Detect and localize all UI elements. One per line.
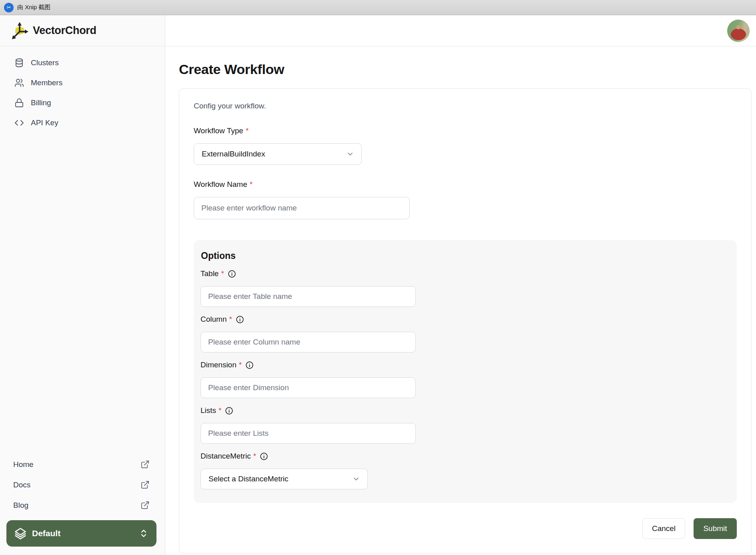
xnip-scissors-icon: ✂ xyxy=(4,3,14,12)
titlebar: ✂ 由 Xnip 截图 xyxy=(0,0,756,15)
sidebar-item-label: API Key xyxy=(31,118,58,127)
titlebar-text: 由 Xnip 截图 xyxy=(17,4,50,11)
distance-metric-value: Select a DistanceMetric xyxy=(209,475,289,483)
create-workflow-card: Config your workflow. Workflow Type * Ex… xyxy=(179,88,752,553)
sidebar-item-billing[interactable]: Billing xyxy=(0,93,165,113)
page-title: Create Workflow xyxy=(179,62,752,77)
sidebar-link-docs[interactable]: Docs xyxy=(0,475,165,495)
external-link-icon xyxy=(140,460,150,469)
required-asterisk: * xyxy=(239,361,242,369)
info-icon[interactable] xyxy=(245,361,254,369)
column-label: Column * xyxy=(201,315,730,324)
sidebar-item-clusters[interactable]: Clusters xyxy=(0,53,165,73)
lists-label: Lists * xyxy=(201,406,730,415)
form-actions: Cancel Submit xyxy=(194,518,737,539)
chevrons-up-down-icon xyxy=(139,529,148,538)
required-asterisk: * xyxy=(219,406,221,415)
sidebar: VectorChord Clusters xyxy=(0,15,165,555)
dimension-input[interactable] xyxy=(201,377,416,398)
options-panel: Options Table * xyxy=(194,240,737,503)
required-asterisk: * xyxy=(246,126,249,135)
submit-button[interactable]: Submit xyxy=(694,518,737,539)
cancel-button[interactable]: Cancel xyxy=(642,518,685,539)
required-asterisk: * xyxy=(253,452,256,461)
sidebar-link-label: Docs xyxy=(13,481,30,489)
chevron-down-icon xyxy=(352,475,360,483)
workflow-name-label: Workflow Name * xyxy=(194,180,737,189)
code-icon xyxy=(14,118,24,128)
workflow-name-input[interactable] xyxy=(194,197,410,219)
table-label: Table * xyxy=(201,269,730,278)
sidebar-link-label: Home xyxy=(13,460,34,469)
required-asterisk: * xyxy=(221,269,224,278)
column-field: Column * xyxy=(201,315,730,353)
sidebar-link-blog[interactable]: Blog xyxy=(0,495,165,515)
info-icon[interactable] xyxy=(260,452,268,461)
info-icon[interactable] xyxy=(228,270,236,278)
options-title: Options xyxy=(201,250,730,261)
external-link-icon xyxy=(140,480,150,489)
vectorchord-logo-icon xyxy=(10,21,30,41)
sidebar-link-label: Blog xyxy=(13,501,28,510)
content: Create Workflow Config your workflow. Wo… xyxy=(165,46,756,553)
sidebar-spacer xyxy=(0,133,165,454)
card-intro: Config your workflow. xyxy=(194,102,737,110)
workspace-switcher-button[interactable]: Default xyxy=(6,520,156,547)
brand: VectorChord xyxy=(0,15,165,46)
workspace-name: Default xyxy=(32,529,60,538)
table-input[interactable] xyxy=(201,286,416,307)
lists-input[interactable] xyxy=(201,423,416,444)
chevron-down-icon xyxy=(346,150,354,158)
sidebar-item-label: Clusters xyxy=(31,58,59,67)
database-icon xyxy=(14,58,24,68)
main-header xyxy=(165,15,756,46)
sidebar-link-home[interactable]: Home xyxy=(0,454,165,475)
dimension-label: Dimension * xyxy=(201,361,730,369)
layers-icon xyxy=(14,527,26,539)
table-field: Table * xyxy=(201,269,730,307)
workflow-type-value: ExternalBuildIndex xyxy=(202,150,265,158)
info-icon[interactable] xyxy=(236,315,244,324)
workflow-type-select[interactable]: ExternalBuildIndex xyxy=(194,143,362,165)
required-asterisk: * xyxy=(250,180,253,189)
workflow-type-label: Workflow Type * xyxy=(194,126,737,135)
distance-metric-label: DistanceMetric * xyxy=(201,452,730,461)
lists-field: Lists * xyxy=(201,406,730,444)
dimension-field: Dimension * xyxy=(201,361,730,398)
column-input[interactable] xyxy=(201,332,416,353)
lock-icon xyxy=(14,98,24,108)
sidebar-links: Home Docs Blog xyxy=(0,454,165,515)
main-area: Create Workflow Config your workflow. Wo… xyxy=(165,15,756,555)
required-asterisk: * xyxy=(229,315,232,324)
sidebar-item-api-key[interactable]: API Key xyxy=(0,113,165,133)
sidebar-nav: Clusters Members B xyxy=(0,46,165,133)
sidebar-item-label: Billing xyxy=(31,98,51,107)
external-link-icon xyxy=(140,501,150,510)
sidebar-item-members[interactable]: Members xyxy=(0,73,165,93)
users-icon xyxy=(14,78,24,88)
distance-metric-field: DistanceMetric * Select a DistanceMetric xyxy=(201,452,730,489)
distance-metric-select[interactable]: Select a DistanceMetric xyxy=(201,469,368,489)
sidebar-item-label: Members xyxy=(31,78,62,87)
user-avatar[interactable] xyxy=(727,20,750,42)
info-icon[interactable] xyxy=(225,407,233,415)
brand-name: VectorChord xyxy=(33,24,96,37)
